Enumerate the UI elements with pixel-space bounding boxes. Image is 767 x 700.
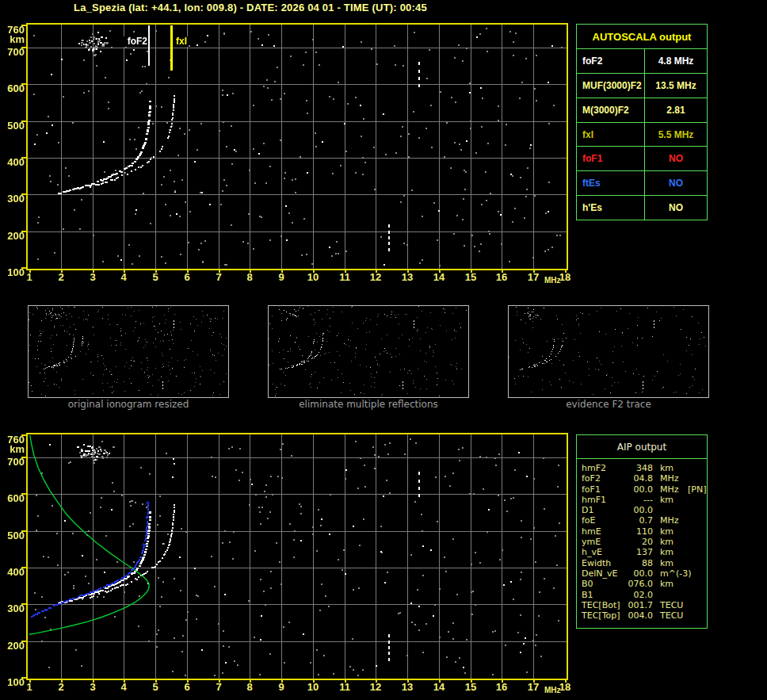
aip-val: 076.0 [626, 579, 653, 589]
x-axis-tick-label: 7 [208, 272, 229, 283]
x-axis-tick-label: 4 [113, 682, 134, 693]
y-axis-tickmark [21, 677, 26, 679]
aip-unit: km [653, 537, 686, 547]
aip-label: D1 [582, 505, 626, 515]
aip-table-title: AIP output [577, 435, 707, 459]
x-axis-tick-label: 13 [397, 272, 418, 283]
x-axis-unit-label: MHz [544, 686, 561, 694]
parameter-value: 2.81 [645, 98, 707, 122]
y-axis-tick-label: 300 [0, 603, 25, 614]
x-axis-tickmark [439, 679, 441, 683]
x-axis-tickmark [313, 269, 315, 273]
autoscala-row-fxi: fxI5.5 MHz [577, 122, 707, 147]
aip-unit: km [653, 463, 686, 473]
aip-row-hmf2: hmF2348km [582, 463, 705, 473]
x-axis-tickmark [124, 269, 125, 273]
y-axis-tick-label: 500 [0, 120, 25, 132]
autoscala-row-h-es: h'EsNO [577, 195, 707, 220]
parameter-label: MUF(3000)F2 [577, 74, 645, 98]
x-axis-tick-label: 12 [365, 272, 386, 283]
x-axis-tick-label: 16 [491, 272, 512, 283]
aip-note [686, 526, 707, 537]
x-axis-tickmark [471, 679, 472, 683]
y-axis-tick-label: 400 [0, 567, 25, 578]
x-axis-tick-label: 16 [491, 682, 512, 693]
x-axis-tick-label: 3 [82, 682, 103, 693]
y-axis-tickmark [21, 83, 26, 85]
aip-val: 00.0 [626, 505, 653, 515]
aip-label: ymE [582, 537, 626, 547]
parameter-label: foF1 [577, 147, 645, 170]
aip-unit: km [653, 558, 686, 568]
x-axis-tick-label: 17 [523, 682, 544, 693]
y-axis-tick-label: 500 [0, 530, 25, 541]
x-axis-tickmark [407, 679, 409, 683]
x-axis-tickmark [124, 679, 125, 683]
y-axis-tick-label: 600 [0, 493, 25, 504]
parameter-value: 4.8 MHz [645, 49, 707, 73]
y-axis-tickmark [21, 193, 26, 195]
x-axis-tick-label: 13 [397, 682, 418, 693]
x-axis-tick-label: 10 [303, 272, 323, 283]
x-axis-tickmark [533, 679, 535, 683]
x-axis-tick-label: 9 [271, 682, 292, 693]
aip-val: 110 [626, 526, 653, 537]
aip-note [686, 558, 707, 568]
x-axis-tickmark [29, 679, 31, 683]
x-axis-tick-label: 8 [239, 682, 260, 693]
x-axis-tick-label: 10 [303, 682, 323, 693]
x-axis-tickmark [93, 679, 94, 683]
y-axis-tickmark [21, 567, 26, 568]
y-axis-tickmark [21, 267, 26, 269]
aip-unit: MHz [653, 484, 686, 495]
x-axis-tickmark [533, 269, 535, 273]
autoscala-row-m-3000-f2: M(3000)F22.81 [577, 98, 707, 122]
x-axis-tickmark [376, 269, 377, 273]
y-axis-tickmark [21, 493, 26, 495]
x-axis-tickmark [345, 679, 346, 683]
aip-label: foF1 [582, 484, 626, 495]
x-axis-tickmark [250, 269, 251, 273]
aip-row-ewidth: Ewidth88km [582, 558, 705, 568]
y-axis-tickmark [21, 641, 26, 642]
x-axis-tick-label: 9 [271, 272, 292, 283]
aip-val: 137 [626, 547, 653, 557]
x-axis-tickmark [29, 269, 31, 273]
y-axis-tickmark [21, 457, 26, 458]
aip-val: 348 [626, 463, 653, 473]
aip-row-hmf1: hmF1---km [582, 495, 705, 505]
parameter-label: foF2 [577, 49, 645, 73]
profile-ionogram-plot: 760700600500400300200100km12345678910111… [0, 430, 574, 700]
ionogram-canvas [26, 23, 568, 270]
panel-caption-2: eliminate multiple reflections [268, 399, 469, 410]
y-axis-tickmark [21, 25, 26, 26]
aip-label: TEC[Top] [582, 610, 626, 621]
y-axis-tick-label: 700 [0, 47, 25, 58]
x-axis-tickmark [439, 269, 441, 273]
aip-label: hmE [582, 526, 626, 537]
parameter-label: M(3000)F2 [577, 98, 645, 122]
aip-note [686, 579, 707, 589]
aip-unit: TECU [653, 600, 686, 610]
x-axis-tickmark [219, 269, 220, 273]
autoscala-row-fof2: foF24.8 MHz [577, 48, 707, 73]
aip-note [686, 473, 707, 484]
aip-row-tec-bot-: TEC[Bot]001.7TECU [582, 600, 705, 610]
aip-note [686, 505, 707, 515]
x-axis-tickmark [155, 269, 157, 273]
parameter-label: fxI [577, 123, 645, 147]
parameter-value: NO [645, 147, 707, 170]
aip-val: 04.8 [626, 473, 653, 484]
x-axis-tickmark [93, 269, 94, 273]
x-axis-tickmark [219, 679, 220, 683]
aip-unit: m^(-3) [653, 568, 686, 579]
x-axis-tickmark [565, 269, 567, 273]
x-axis-tick-label: 14 [429, 272, 449, 283]
x-axis-tickmark [376, 679, 377, 683]
foF2-marker-label: foF2 [118, 36, 148, 47]
aip-note [686, 463, 707, 473]
parameter-value: NO [645, 196, 707, 220]
x-axis-tick-label: 1 [19, 272, 40, 283]
parameter-label: ftEs [577, 171, 645, 195]
aip-row-yme: ymE20km [582, 537, 705, 547]
